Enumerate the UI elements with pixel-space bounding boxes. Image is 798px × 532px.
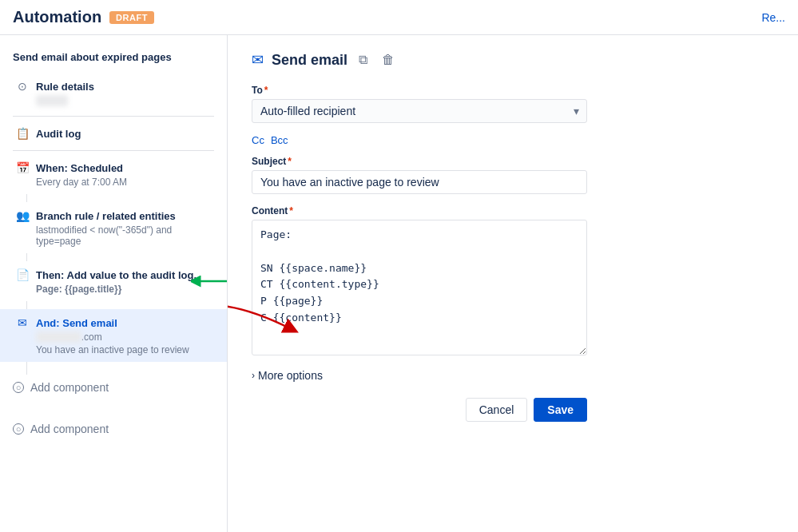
rule-details-sub — [15, 95, 214, 106]
to-select[interactable]: Auto-filled recipient — [252, 99, 587, 123]
content-label: Content * — [252, 205, 774, 216]
sidebar-item-branch-rule[interactable]: 👥 Branch rule / related entities lastmod… — [0, 202, 227, 253]
form-actions: Cancel Save — [252, 398, 587, 422]
scheduled-title: When: Scheduled — [36, 162, 123, 174]
to-label: To * — [252, 85, 774, 96]
cc-bcc-row: Cc Bcc — [252, 134, 774, 146]
sidebar-item-rule-details[interactable]: ⊙ Rule details — [0, 73, 227, 113]
branch-rule-icon: 👥 — [15, 208, 30, 223]
delete-button[interactable]: 🗑 — [379, 51, 398, 69]
panel-title: Send email — [272, 52, 347, 69]
send-email-title: And: Send email — [36, 317, 117, 329]
rule-details-icon: ⊙ — [15, 79, 30, 93]
sidebar-divider-2 — [13, 150, 214, 151]
top-bar: Automation DRAFT Re... — [0, 0, 798, 35]
send-email-sub1: .com — [15, 332, 214, 343]
cc-link[interactable]: Cc — [252, 134, 264, 146]
audit-log-icon: 📋 — [15, 126, 30, 141]
sidebar-item-audit-log[interactable]: 📋 Audit log — [0, 120, 227, 147]
main-content: Send email about expired pages ⊙ Rule de… — [0, 35, 798, 532]
connector-1 — [0, 194, 227, 202]
branch-rule-title: Branch rule / related entities — [36, 210, 176, 222]
scheduled-sub: Every day at 7:00 AM — [15, 177, 214, 188]
scheduled-icon: 📅 — [15, 161, 30, 175]
more-options-toggle[interactable]: › More options — [252, 369, 774, 382]
to-select-wrapper: Auto-filled recipient — [252, 99, 587, 123]
content-field-group: Content * Page: SN {{space.name}} CT {{c… — [252, 205, 774, 358]
green-arrow-annotation — [191, 273, 228, 289]
panel-email-icon: ✉ — [252, 51, 264, 69]
sidebar-divider-1 — [13, 116, 214, 117]
connector-4 — [0, 362, 227, 375]
content-textarea[interactable]: Page: SN {{space.name}} CT {{content.typ… — [252, 220, 587, 355]
add-component-label-1: Add component — [30, 381, 109, 394]
add-component-1[interactable]: ○ Add component — [0, 375, 227, 400]
top-bar-left: Automation DRAFT — [13, 8, 154, 26]
bcc-link[interactable]: Bcc — [271, 134, 288, 146]
sidebar-item-send-email[interactable]: ✉ And: Send email .com You have an inact… — [0, 309, 227, 362]
to-required: * — [264, 85, 268, 96]
sidebar-heading: Send email about expired pages — [0, 45, 227, 73]
sidebar: Send email about expired pages ⊙ Rule de… — [0, 35, 228, 532]
panel-header: ✉ Send email ⧉ 🗑 — [252, 51, 774, 69]
add-component-circle-2: ○ — [13, 423, 24, 435]
save-button[interactable]: Save — [534, 398, 587, 422]
sidebar-item-then-add-value[interactable]: 📄 Then: Add value to the audit log. Page… — [0, 261, 227, 301]
branch-rule-sub: lastmodified < now("-365d") and type=pag… — [15, 224, 214, 247]
red-arrow-annotation — [228, 301, 300, 341]
subject-label: Subject * — [252, 156, 774, 167]
cancel-button[interactable]: Cancel — [466, 398, 528, 422]
connector-2 — [0, 253, 227, 261]
subject-input[interactable] — [252, 170, 587, 194]
subject-field-group: Subject * — [252, 156, 774, 194]
rule-details-title: Rule details — [36, 81, 94, 93]
app-container: Automation DRAFT Re... Send email about … — [0, 0, 798, 532]
draft-badge: DRAFT — [109, 11, 154, 24]
add-component-label-2: Add component — [30, 423, 109, 435]
subject-required: * — [288, 156, 292, 167]
connector-3 — [0, 301, 227, 309]
chevron-right-icon: › — [252, 370, 255, 381]
top-bar-right-action[interactable]: Re... — [761, 11, 785, 24]
right-panel: ✉ Send email ⧉ 🗑 To * Auto-filled recipi… — [228, 35, 798, 532]
then-add-title: Then: Add value to the audit log. — [36, 269, 197, 281]
page-title: Automation — [13, 8, 101, 26]
add-component-circle-1: ○ — [13, 382, 24, 393]
then-add-sub: Page: {{page.title}} — [15, 284, 214, 295]
to-field-group: To * Auto-filled recipient — [252, 85, 774, 123]
then-add-icon: 📄 — [15, 268, 30, 282]
audit-log-title: Audit log — [36, 128, 81, 140]
content-required: * — [289, 205, 293, 216]
sidebar-item-when-scheduled[interactable]: 📅 When: Scheduled Every day at 7:00 AM — [0, 154, 227, 194]
send-email-icon: ✉ — [15, 316, 30, 330]
more-options-label: More options — [258, 369, 323, 382]
add-component-2[interactable]: ○ Add component — [0, 416, 227, 442]
copy-button[interactable]: ⧉ — [355, 51, 371, 69]
send-email-sub2: You have an inactive page to review — [15, 344, 214, 355]
